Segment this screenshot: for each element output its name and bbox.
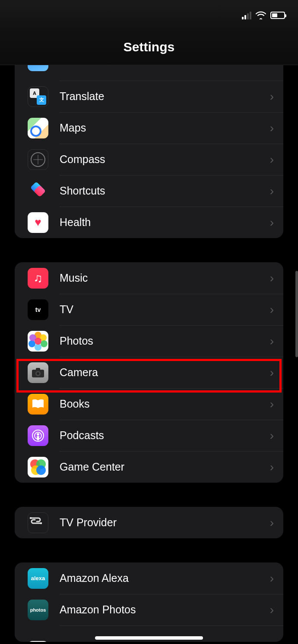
scroll-indicator [295, 271, 298, 357]
settings-row-podcasts[interactable]: Podcasts › [15, 420, 283, 451]
settings-row-tv[interactable]: tv TV › [15, 294, 283, 325]
chevron-right-icon: › [270, 429, 274, 443]
settings-row-label: Shortcuts [60, 185, 270, 197]
svg-point-4 [37, 372, 39, 375]
unknown-app-icon [28, 641, 48, 642]
chevron-right-icon: › [270, 366, 274, 380]
cellular-signal-icon [242, 11, 251, 19]
chevron-right-icon: › [270, 65, 274, 68]
books-icon [28, 394, 48, 415]
settings-group-media-apps: ♫ Music › tv TV › Photos › [15, 262, 283, 483]
chevron-right-icon: › [270, 153, 274, 166]
settings-row-label: Game Center [60, 461, 270, 473]
settings-row-label: Camera [60, 366, 270, 379]
settings-row-shortcuts[interactable]: Shortcuts › [15, 175, 283, 207]
compass-icon [28, 149, 48, 170]
settings-row-alexa[interactable]: alexa Amazon Alexa › [15, 562, 283, 594]
translate-icon: A 文 [28, 86, 48, 107]
page-title: Settings [0, 30, 298, 65]
chevron-right-icon: › [270, 184, 274, 198]
settings-row-label: Amazon Photos [60, 603, 270, 616]
settings-row-camera[interactable]: Camera › [15, 357, 283, 388]
chevron-right-icon: › [270, 460, 274, 474]
chevron-right-icon: › [270, 303, 274, 317]
chevron-right-icon: › [270, 216, 274, 229]
settings-row-photos[interactable]: Photos › [15, 325, 283, 357]
chevron-right-icon: › [270, 516, 274, 530]
settings-row-label: Podcasts [60, 429, 270, 442]
chevron-right-icon: › [270, 90, 274, 104]
settings-group-tvprovider: TV Provider › [15, 507, 283, 538]
settings-row-label: Health [60, 216, 270, 229]
gamecenter-icon [28, 457, 48, 478]
settings-row-label: Photos [60, 335, 270, 347]
podcasts-icon [28, 425, 48, 446]
settings-row-gamecenter[interactable]: Game Center › [15, 451, 283, 483]
settings-row-weather[interactable]: Weather › [15, 65, 283, 81]
settings-row-label: Maps [60, 122, 270, 134]
settings-group-system-apps: Weather › A 文 Translate › Maps › Compass… [15, 65, 283, 238]
chevron-right-icon: › [270, 603, 274, 617]
svg-rect-2 [36, 368, 40, 371]
tv-icon: tv [28, 299, 48, 320]
camera-icon [28, 362, 48, 383]
settings-row-maps[interactable]: Maps › [15, 112, 283, 144]
chevron-right-icon: › [270, 121, 274, 135]
settings-row-tvprovider[interactable]: TV Provider › [15, 507, 283, 538]
chevron-right-icon: › [270, 334, 274, 348]
tvprovider-icon [28, 512, 48, 533]
settings-row-label: Weather [60, 65, 270, 66]
settings-row-music[interactable]: ♫ Music › [15, 262, 283, 294]
svg-point-7 [37, 433, 39, 436]
amazonphotos-icon: photos [28, 600, 48, 620]
photos-icon [28, 331, 48, 352]
settings-row-compass[interactable]: Compass › [15, 144, 283, 175]
svg-rect-9 [40, 522, 42, 524]
shortcuts-icon [28, 181, 48, 201]
settings-row-books[interactable]: Books › [15, 388, 283, 420]
home-indicator[interactable] [95, 636, 203, 640]
music-icon: ♫ [28, 268, 48, 289]
settings-row-health[interactable]: ♥ Health › [15, 207, 283, 238]
battery-icon [270, 12, 285, 19]
alexa-icon: alexa [28, 568, 48, 589]
settings-row-translate[interactable]: A 文 Translate › [15, 81, 283, 112]
chevron-right-icon: › [270, 397, 274, 411]
health-icon: ♥ [28, 212, 48, 233]
settings-group-thirdparty: alexa Amazon Alexa › photos Amazon Photo… [15, 562, 283, 642]
settings-row-amazonphotos[interactable]: photos Amazon Photos › [15, 594, 283, 625]
settings-row-label: TV Provider [60, 516, 270, 529]
weather-icon [28, 65, 48, 71]
status-bar [0, 0, 298, 30]
svg-rect-8 [30, 517, 32, 519]
chevron-right-icon: › [270, 271, 274, 285]
settings-row-label: Books [60, 398, 270, 410]
settings-row-label: Compass [60, 153, 270, 166]
settings-row-label: Translate [60, 90, 270, 103]
maps-icon [28, 118, 48, 138]
settings-list: Weather › A 文 Translate › Maps › Compass… [0, 65, 298, 644]
chevron-right-icon: › [270, 572, 274, 585]
settings-row-label: Amazon Alexa [60, 572, 270, 584]
settings-row-label: Music [60, 272, 270, 284]
settings-row-label: TV [60, 303, 270, 316]
wifi-icon [256, 11, 266, 19]
